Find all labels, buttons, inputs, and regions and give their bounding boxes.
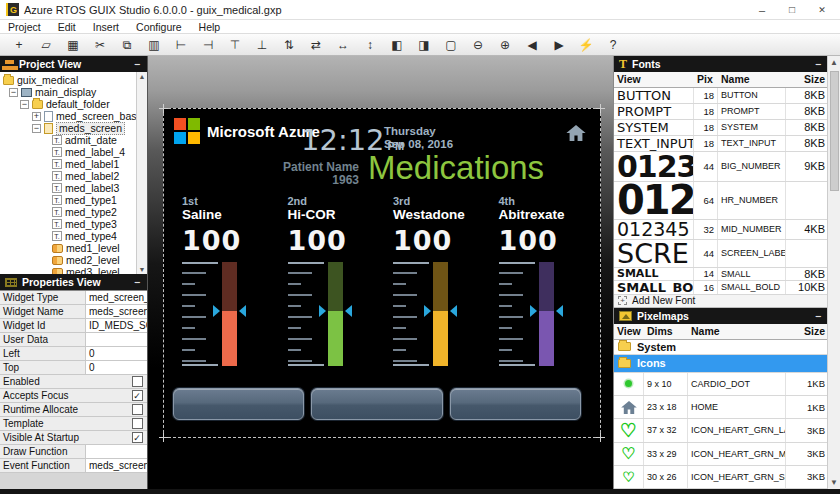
med-column-2[interactable]: 2nd Hi-COR 100 (278, 195, 384, 366)
tree-item-med2-level[interactable]: med2_level (0, 254, 147, 266)
template-checkbox[interactable] (132, 418, 143, 429)
right-panel-scrollbar[interactable] (827, 56, 840, 489)
tree-item-default-folder[interactable]: default_folder (0, 98, 147, 110)
font-row[interactable]: 01264HR_NUMBER (614, 182, 828, 220)
scrollbar-thumb[interactable] (830, 71, 839, 191)
brand-block[interactable]: Microsoft Azure (174, 118, 320, 144)
top-value[interactable]: 0 (86, 361, 147, 374)
tree-item-med-label3[interactable]: med_label3 (0, 182, 147, 194)
med-column-3[interactable]: 3rd Westadone 100 (383, 195, 489, 366)
med-column-4[interactable]: 4th Abitrexate 100 (489, 195, 595, 366)
font-row[interactable]: 01234532MID_NUMBER4KB (614, 220, 828, 240)
expand-icon[interactable] (32, 112, 41, 121)
align-bottom-icon[interactable]: ⊥ (253, 36, 271, 53)
equal-width-icon[interactable]: ↔ (334, 36, 352, 53)
pixelmaps-panel-minimize-icon[interactable] (813, 310, 823, 322)
tree-item-med-label-4[interactable]: med_label_4 (0, 146, 147, 158)
tree-item-med-type1[interactable]: med_type1 (0, 194, 147, 206)
widget-type-value[interactable]: med_screen_bas (86, 291, 147, 304)
open-icon[interactable]: ▱ (37, 36, 55, 53)
med-level-slider[interactable] (288, 262, 384, 366)
enabled-checkbox[interactable] (132, 376, 143, 387)
hspace-equal-icon[interactable]: ⇄ (307, 36, 325, 53)
selection-handle[interactable] (596, 433, 605, 442)
font-row[interactable]: SYSTEM18SYSTEM8KB (614, 120, 828, 136)
design-workspace[interactable]: Microsoft Azure 12:12 PM Thursday Sep 08… (148, 56, 613, 489)
accepts-focus-checkbox[interactable] (132, 390, 143, 401)
tree-item-admit-date[interactable]: admit_date (0, 134, 147, 146)
project-tree-scrollbar[interactable] (136, 72, 147, 274)
copy-icon[interactable]: ⧉ (118, 36, 136, 53)
med-column-1[interactable]: 1st Saline 100 (172, 195, 278, 366)
pixelmap-row-heart-med[interactable]: ♡33 x 29ICON_HEART_GRN_MED3KB (614, 443, 828, 466)
fonts-panel-minimize-icon[interactable] (813, 58, 823, 70)
move-to-back-icon[interactable]: ◨ (415, 36, 433, 53)
record-icon[interactable]: ◀ (523, 36, 541, 53)
selection-handle[interactable] (159, 104, 168, 113)
tree-item-main-display[interactable]: main_display (0, 86, 147, 98)
minimize-button[interactable] (756, 4, 768, 16)
tree-item-med3-level[interactable]: med3_level (0, 266, 147, 274)
left-value[interactable]: 0 (86, 347, 147, 360)
vspace-equal-icon[interactable]: ⇅ (280, 36, 298, 53)
med-level-slider[interactable] (393, 262, 489, 366)
font-row[interactable]: SMALL_BOLD16SMALL_BOLD10KB (614, 281, 828, 295)
slider-bar[interactable] (433, 262, 448, 366)
font-row[interactable]: PROMPT18PROMPT8KB (614, 104, 828, 120)
pixelmap-row-heart-large[interactable]: ♡37 x 32ICON_HEART_GRN_LARGE3KB (614, 419, 828, 442)
menu-configure[interactable]: Configure (136, 21, 182, 33)
widget-name-value[interactable]: meds_screen (86, 305, 147, 318)
play-icon[interactable]: ▶ (550, 36, 568, 53)
tree-item-med-type3[interactable]: med_type3 (0, 218, 147, 230)
properties-view-minimize-icon[interactable] (132, 276, 142, 288)
date-widget[interactable]: Thursday Sep 08, 2016 (384, 125, 453, 151)
tree-item-med-type4[interactable]: med_type4 (0, 230, 147, 242)
cut-icon[interactable]: ✂ (91, 36, 109, 53)
pixelmap-group-icons[interactable]: Icons (614, 355, 828, 372)
collapse-icon[interactable] (32, 124, 41, 133)
tree-item-med1-level[interactable]: med1_level (0, 242, 147, 254)
tree-item-med-label2[interactable]: med_label2 (0, 170, 147, 182)
close-button[interactable] (816, 4, 828, 16)
maximize-button[interactable] (786, 4, 798, 16)
pixelmap-group-system[interactable]: System (614, 340, 828, 356)
draw-function-value[interactable] (86, 445, 147, 458)
pixelmap-row-home[interactable]: 23 x 18HOME1KB (614, 396, 828, 419)
slider-bar[interactable] (539, 262, 554, 366)
selection-handle[interactable] (596, 104, 605, 113)
event-function-value[interactable]: meds_screen_ev (86, 459, 147, 472)
canvas-button-2[interactable] (311, 388, 442, 420)
menu-edit[interactable]: Edit (58, 21, 76, 33)
save-icon[interactable]: ▦ (64, 36, 82, 53)
canvas-button-1[interactable] (173, 388, 304, 420)
font-row[interactable]: 012344BIG_NUMBER9KB (614, 152, 828, 182)
tree-item-meds-screen[interactable]: meds_screen (0, 122, 147, 134)
pixelmap-row-cardio-dot[interactable]: 9 x 10CARDIO_DOT1KB (614, 373, 828, 396)
project-view-minimize-icon[interactable] (132, 58, 142, 70)
menu-insert[interactable]: Insert (93, 21, 119, 33)
move-to-front-icon[interactable]: ◧ (388, 36, 406, 53)
med-level-slider[interactable] (499, 262, 595, 366)
add-new-font-button[interactable]: Add New Font (614, 295, 828, 309)
tree-item-med-label1[interactable]: med_label1 (0, 158, 147, 170)
tree-item-med-screen-base[interactable]: med_screen_base (0, 110, 147, 122)
paste-icon[interactable]: ▥ (145, 36, 163, 53)
slider-bar[interactable] (328, 262, 343, 366)
equal-height-icon[interactable]: ↕ (361, 36, 379, 53)
tree-item-guix-medical[interactable]: guix_medical (0, 74, 147, 86)
font-row[interactable]: TEXT_INPUT18TEXT_INPUT8KB (614, 136, 828, 152)
zoom-fit-icon[interactable]: ▢ (442, 36, 460, 53)
align-left-icon[interactable]: ⊢ (172, 36, 190, 53)
collapse-icon[interactable] (9, 88, 18, 97)
selection-handle[interactable] (159, 433, 168, 442)
med-level-slider[interactable] (182, 262, 278, 366)
align-right-icon[interactable]: ⊣ (199, 36, 217, 53)
menu-help[interactable]: Help (199, 21, 221, 33)
zoom-in-icon[interactable]: ⊕ (496, 36, 514, 53)
new-icon[interactable]: + (10, 36, 28, 53)
home-icon[interactable] (566, 125, 586, 141)
widget-id-value[interactable]: ID_MEDS_SCREE (86, 319, 147, 332)
slider-bar[interactable] (222, 262, 237, 366)
patient-widget[interactable]: Patient Name 1963 (219, 161, 359, 187)
zoom-out-icon[interactable]: ⊖ (469, 36, 487, 53)
